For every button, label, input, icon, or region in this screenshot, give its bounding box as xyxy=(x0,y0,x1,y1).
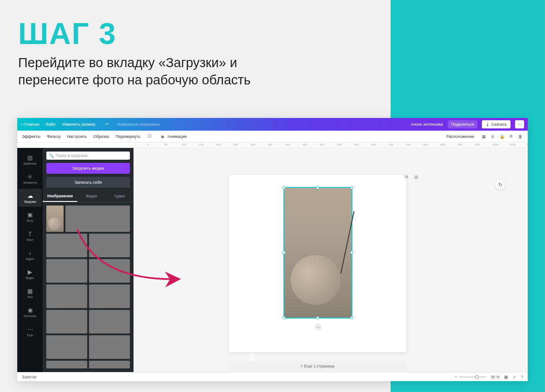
tab-images[interactable]: Изображения xyxy=(43,191,77,202)
sidebar-item-аудио[interactable]: ♪Аудио xyxy=(18,246,42,264)
fullscreen-icon[interactable]: ⤢ xyxy=(513,375,516,379)
resize-handle[interactable] xyxy=(282,316,286,319)
search-icon: 🔍 xyxy=(49,153,54,158)
undo-icon[interactable]: ↶ xyxy=(105,122,109,127)
rotate-handle[interactable]: ⟲ xyxy=(315,324,321,330)
download-button[interactable]: ⭳ Скачать xyxy=(482,120,510,128)
context-toolbar: Эффекты Фильтр Настроить Обрезка Перевер… xyxy=(17,131,528,142)
app-window: ‹ Главная Файл Изменить размер ↶ Изменен… xyxy=(17,118,528,381)
thumbnail-item[interactable] xyxy=(89,284,130,308)
thumbnails-grid xyxy=(46,206,130,368)
main-area: ▥Шаблоны⚛Элементы☁Загрузки▣ФотоTТекст♪Ау… xyxy=(17,148,528,372)
flip-button[interactable]: Перевернуть xyxy=(115,134,140,139)
thumbnail-item[interactable] xyxy=(89,234,130,257)
adjust-button[interactable]: Настроить xyxy=(67,134,87,139)
thumbnail-item[interactable] xyxy=(46,284,87,308)
sidebar-icon: ▶ xyxy=(28,269,32,275)
transparency-icon[interactable]: ▦ xyxy=(481,133,487,140)
add-page-button[interactable]: + Еще 1 страница xyxy=(229,361,406,371)
sidebar-icon: ▣ xyxy=(27,211,33,218)
chevron-left-icon: ‹ xyxy=(21,122,22,127)
sidebar-item-фон[interactable]: ▦Фон xyxy=(18,284,42,302)
selected-image[interactable]: ⟲ xyxy=(283,187,352,318)
step-title: ШАГ 3 xyxy=(18,16,251,51)
media-tabs: Изображения Видео Аудио xyxy=(43,191,134,202)
info-icon[interactable]: ⓘ xyxy=(147,133,153,140)
grid-view-icon[interactable]: ▦ xyxy=(504,375,508,379)
thumbnail-item[interactable] xyxy=(46,335,87,359)
thumbnail-item[interactable] xyxy=(65,206,130,232)
thumbnail-item[interactable] xyxy=(46,259,87,283)
resize-handle[interactable] xyxy=(282,186,286,189)
sidebar-item-загрузки[interactable]: ☁Загрузки xyxy=(18,189,42,207)
sidebar-item-фото[interactable]: ▣Фото xyxy=(18,208,42,226)
thumbnail-item[interactable] xyxy=(46,361,87,368)
share-button[interactable]: Поделиться xyxy=(448,120,478,128)
link-icon[interactable]: ⊘ xyxy=(490,133,496,140)
animate-button[interactable]: Анимация xyxy=(168,134,187,139)
sidebar-item-шаблоны[interactable]: ▥Шаблоны xyxy=(18,151,42,169)
home-button[interactable]: ‹ Главная xyxy=(21,122,39,127)
more-button[interactable]: ⋯ xyxy=(515,120,524,128)
position-button[interactable]: Расположение xyxy=(446,134,474,139)
sidebar: ▥Шаблоны⚛Элементы☁Загрузки▣ФотоTТекст♪Ау… xyxy=(17,148,43,372)
search-input[interactable]: 🔍 Поиск в загрузках xyxy=(46,152,130,160)
step-description: Перейдите во вкладку «Загрузки» и перене… xyxy=(18,54,251,88)
canvas-area[interactable]: 2003004005006007008009001000 ‹ ⧉ ⊞ ⟲ xyxy=(134,148,528,372)
resize-handle[interactable] xyxy=(282,251,286,254)
thumbnail-item[interactable] xyxy=(46,206,64,232)
add-page-icon[interactable]: ⊞ xyxy=(412,173,420,181)
zoom-value[interactable]: 58 % xyxy=(491,375,500,379)
resize-handle[interactable] xyxy=(350,186,353,189)
lock-icon[interactable]: 🔒 xyxy=(499,133,505,140)
sidebar-icon: T xyxy=(28,230,32,237)
resize-handle[interactable] xyxy=(316,316,319,319)
sidebar-item-еще[interactable]: ⋯Еще xyxy=(18,322,42,340)
canvas-page[interactable]: ⧉ ⊞ ⟲ xyxy=(229,175,406,352)
effects-button[interactable]: Эффекты xyxy=(22,134,40,139)
animate-icon[interactable]: ◉ xyxy=(159,133,166,140)
horizontal-ruler: 0501001502002503003504004505005506006507… xyxy=(134,142,528,148)
trash-icon[interactable]: 🗑 xyxy=(517,133,523,140)
thumbnail-item[interactable] xyxy=(89,310,130,333)
thumbnail-item[interactable] xyxy=(46,234,87,257)
record-self-button[interactable]: Записать себя xyxy=(46,177,130,188)
sidebar-icon: ☁ xyxy=(27,192,33,199)
sidebar-icon: ♪ xyxy=(29,250,32,256)
uploads-panel: 🔍 Поиск в загрузках Загрузить медиа Запи… xyxy=(43,148,134,372)
filter-button[interactable]: Фильтр xyxy=(47,134,60,139)
sidebar-icon: ⋯ xyxy=(27,326,33,333)
sidebar-icon: ◉ xyxy=(28,307,33,314)
announce-label[interactable]: Анонс интенсива xyxy=(411,122,443,127)
resize-handle[interactable] xyxy=(350,316,353,319)
download-icon: ⭳ xyxy=(486,122,490,127)
resize-menu[interactable]: Изменить размер xyxy=(62,122,95,127)
zoom-slider[interactable]: − xyxy=(455,374,486,379)
footer-bar: Заметки − 58 % ▦ ⤢ ? xyxy=(17,372,528,381)
tab-audio[interactable]: Аудио xyxy=(105,191,134,202)
sidebar-icon: ⚛ xyxy=(27,173,33,180)
redo-button[interactable]: ↻ xyxy=(495,180,505,190)
sidebar-icon: ▥ xyxy=(27,154,33,161)
duplicate-page-icon[interactable]: ⧉ xyxy=(402,173,410,181)
title-bar: ‹ Главная Файл Изменить размер ↶ Изменен… xyxy=(17,118,528,131)
instruction-block: ШАГ 3 Перейдите во вкладку «Загрузки» и … xyxy=(18,16,251,88)
copy-icon[interactable]: ⧉ xyxy=(508,133,514,140)
sidebar-item-текст[interactable]: TТекст xyxy=(18,227,42,245)
thumbnail-item[interactable] xyxy=(89,335,130,359)
resize-handle[interactable] xyxy=(350,251,353,254)
upload-media-button[interactable]: Загрузить медиа xyxy=(46,163,130,174)
notes-button[interactable]: Заметки xyxy=(22,375,37,379)
sidebar-item-элементы[interactable]: ⚛Элементы xyxy=(18,170,42,188)
sidebar-item-видео[interactable]: ▶Видео xyxy=(18,265,42,283)
help-icon[interactable]: ? xyxy=(521,375,523,379)
save-status: Изменения сохранены xyxy=(117,122,160,127)
tab-video[interactable]: Видео xyxy=(77,191,105,202)
thumbnail-item[interactable] xyxy=(89,259,130,283)
file-menu[interactable]: Файл xyxy=(45,122,55,127)
thumbnail-item[interactable] xyxy=(89,361,130,368)
crop-button[interactable]: Обрезка xyxy=(93,134,109,139)
thumbnail-item[interactable] xyxy=(46,310,87,333)
sidebar-item-логотипы[interactable]: ◉Логотипы xyxy=(18,303,42,321)
resize-handle[interactable] xyxy=(316,186,319,189)
